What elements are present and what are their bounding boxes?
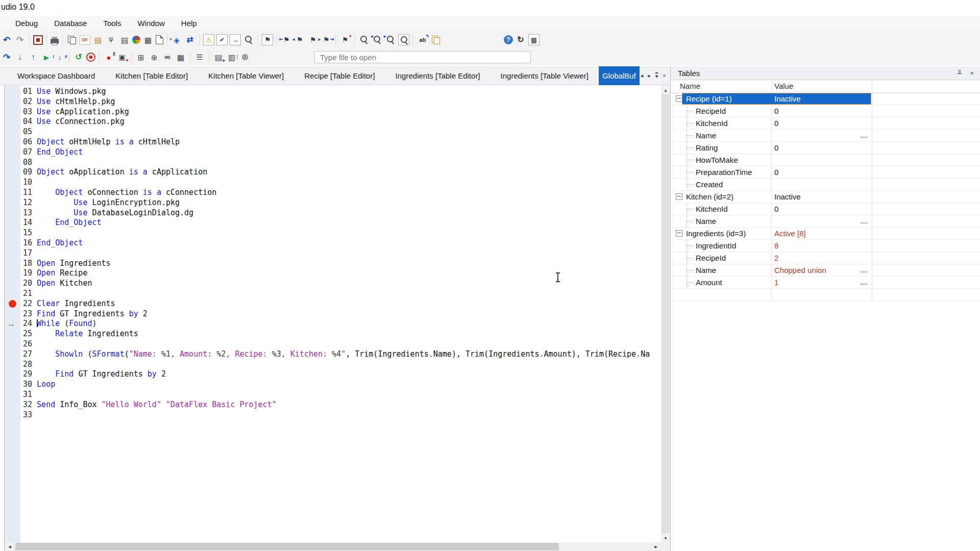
table-lookup-icon[interactable]: ▦ [142,34,154,45]
workspace-icon[interactable]: ▤ [92,34,104,45]
palette-icon[interactable] [132,36,140,44]
whats-new-icon[interactable]: ↻ [515,34,526,45]
toggle-breakpoint-icon[interactable]: ●▮ [103,52,114,63]
stop-debug-icon[interactable] [86,53,95,62]
compile-check-icon[interactable]: ✔ [216,34,228,45]
tab-kitchen-table-viewer[interactable]: Kitchen [Table Viewer] [198,66,294,85]
code-line[interactable]: 18 Open Ingredients [23,259,657,269]
table-row[interactable]: Amount1... [671,277,980,289]
table-row[interactable]: Rating0 [671,142,980,154]
code-line[interactable]: 27 Showln (SFormat("Name: %1, Amount: %2… [23,349,657,360]
find-in-files-icon[interactable] [243,34,254,45]
code-line[interactable]: 02 Use cHtmlHelp.pkg [23,97,657,107]
step-out-icon[interactable]: ↑ [28,52,39,63]
menu-item-window[interactable]: Window [129,19,173,28]
scroll-right-arrow-icon[interactable]: ▸ [651,542,661,551]
horizontal-scroll-thumb[interactable] [15,543,559,550]
table-row[interactable]: Created [671,179,980,191]
new-file-icon[interactable] [156,35,163,44]
search-icon[interactable] [358,34,370,45]
tab-close-button[interactable]: × [663,73,666,79]
code-line[interactable]: 25 Relate Ingredients [23,329,657,339]
table-row[interactable]: Name... [671,215,980,228]
column-header-name[interactable]: Name [680,82,700,90]
search-prev-icon[interactable]: ◂ [372,34,383,45]
tabs-scroll-right-button[interactable]: ▸ [648,73,651,79]
tables-column-header[interactable]: Name Value [671,80,980,93]
ellipsis-button[interactable]: ... [861,266,872,274]
table-row[interactable]: NameChopped union... [671,264,980,277]
bookmark-prev-icon[interactable]: ⚑◂ [294,34,305,45]
code-line[interactable]: 16 End_Object [23,238,657,248]
tabs-scroll-left-button[interactable]: ◂ [641,73,644,79]
code-line[interactable]: 15 [23,228,657,238]
code-line[interactable]: 33 [23,410,657,420]
code-line[interactable]: 21 [23,289,657,299]
table-row[interactable]: RecipeId0 [671,105,980,117]
properties-grid-icon[interactable]: ▦ [528,34,540,45]
code-line[interactable]: 20 Open Kitchen [23,279,657,289]
table-row[interactable]: KitchenId0 [671,117,980,130]
code-line[interactable]: 01 Use Windows.pkg [23,87,657,97]
bookmark-toggle-icon[interactable]: ⚑ [262,34,273,45]
redo-icon[interactable]: ↷ [14,34,26,45]
code-line[interactable]: 12 Use LoginEncryption.pkg [23,198,657,208]
column-header-value[interactable]: Value [774,82,793,90]
code-editor[interactable]: 01 Use Windows.pkg02 Use cHtmlHelp.pkg03… [0,85,670,551]
table-row[interactable]: PreparationTime0 [671,166,980,179]
tree-expand-toggle[interactable] [676,230,682,237]
error-list-icon[interactable]: ⚠ [203,34,214,45]
tree-expand-toggle[interactable] [676,193,682,200]
breakpoint-gutter[interactable] [5,85,20,542]
step-into-icon[interactable]: ↓ [14,52,26,63]
horizontal-scrollbar[interactable]: ◂ ▸ [5,542,661,551]
tab-ingredients-table-editor[interactable]: Ingredients [Table Editor] [385,66,491,85]
menu-item-help[interactable]: Help [173,19,205,28]
ellipsis-button[interactable]: ... [861,132,872,139]
breakpoint-icon[interactable] [9,300,16,308]
tab-recipe-table-editor[interactable]: Recipe [Table Editor] [294,66,385,85]
code-line[interactable]: 24 While (Found) [23,319,657,329]
code-line[interactable]: 13 Use DatabaseLoginDialog.dg [23,208,657,218]
code-line[interactable]: 28 [23,360,657,370]
table-row[interactable]: KitchenId0 [671,203,980,215]
code-line[interactable]: 05 [23,127,657,137]
close-icon[interactable]: × [970,70,974,77]
vertical-scroll-thumb[interactable] [662,94,670,533]
vertical-scrollbar[interactable]: ▴ ▾ [661,85,670,542]
menu-item-tools[interactable]: Tools [95,19,129,28]
table-row[interactable]: IngredientId8 [671,240,980,252]
code-line[interactable]: 19 Open Recipe [23,268,657,279]
table-row[interactable]: Ingredients (id=3)Active [8] [671,228,980,240]
clear-bookmarks-icon[interactable]: ⚑× [339,34,351,45]
df-report-icon[interactable]: DF [80,35,90,45]
code-line[interactable]: 04 Use cConnection.pkg [23,117,657,127]
code-line[interactable]: 06 Object oHtmlHelp is a cHtmlHelp [23,137,657,147]
pin-icon[interactable]: ╨ [957,70,962,77]
tab-kitchen-table-editor[interactable]: Kitchen [Table Editor] [105,66,198,85]
quick-watch-icon[interactable]: ⊕ [149,52,160,63]
code-line[interactable]: 30 Loop [23,380,657,390]
undo-icon[interactable]: ↶ [1,34,12,45]
database-tools-icon[interactable]: ⊛ [239,52,251,63]
listing-icon[interactable]: ▤ [119,34,130,45]
code-line[interactable]: 11 Object oConnection is a cConnection [23,188,657,198]
search-next-icon[interactable]: ▸ [385,34,396,45]
tab-ingredients-table-viewer[interactable]: Ingredients [Table Viewer] [491,66,599,85]
bookmark-next-icon[interactable]: ⚑▸ [307,34,318,45]
table-row[interactable]: RecipeId2 [671,252,980,264]
menu-item-debug[interactable]: Debug [7,19,46,28]
replace-icon[interactable]: ab↰ [417,34,428,45]
code-text-area[interactable]: 01 Use Windows.pkg02 Use cHtmlHelp.pkg03… [23,87,657,542]
table-row[interactable]: Kitchen (id=2)Inactive [671,191,980,203]
code-line[interactable]: 31 [23,390,657,400]
tree-expand-toggle[interactable] [676,95,682,102]
ellipsis-button[interactable]: ... [861,217,872,225]
code-line[interactable]: 22 Clear Ingredients [23,299,657,309]
code-line[interactable]: 17 [23,248,657,259]
ellipsis-button[interactable]: ... [861,279,872,286]
help-icon[interactable]: ? [504,35,513,44]
incremental-search-icon[interactable] [430,34,442,45]
restart-debug-icon[interactable]: ↺ [73,52,84,63]
code-line[interactable]: 23 Find GT Ingredients by 2 [23,309,657,319]
